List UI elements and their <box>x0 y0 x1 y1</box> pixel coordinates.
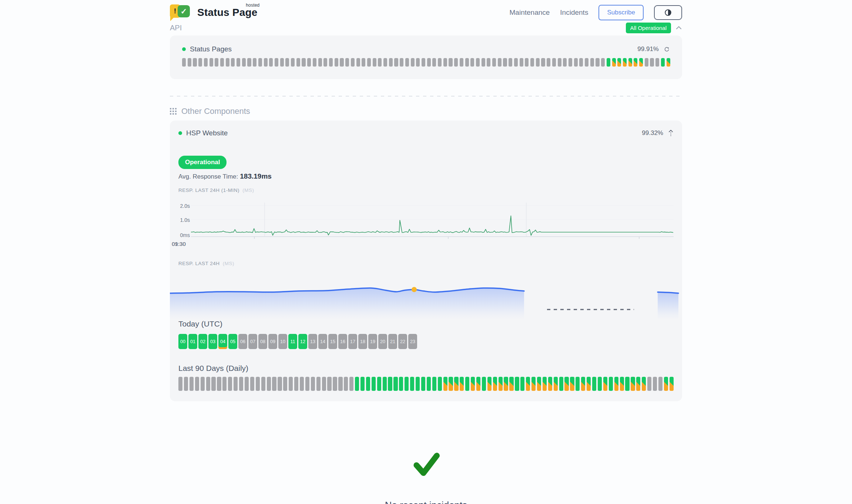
uptime-bar-partial-degradation <box>620 377 624 391</box>
y-axis-label: 0ms <box>179 232 190 238</box>
uptime-bar-no-data <box>201 377 205 391</box>
subscribe-button[interactable]: Subscribe <box>598 5 644 20</box>
uptime-bar-no-data <box>294 377 298 391</box>
uptime-bar-no-data <box>291 58 295 67</box>
uptime-bar-no-data <box>313 58 316 67</box>
uptime-bar-no-data <box>411 58 415 67</box>
uptime-bar-operational <box>625 377 629 391</box>
uptime-bar-no-data <box>378 58 382 67</box>
uptime-bar-no-data <box>188 58 191 67</box>
uptime-bar-partial-degradation <box>603 377 607 391</box>
uptime-bar-no-data <box>349 377 353 391</box>
uptime-bar-operational <box>576 377 580 391</box>
chart-label-unit: (MS) <box>242 187 254 193</box>
uptime-bar-no-data <box>422 58 425 67</box>
operational-badge: Operational <box>178 156 227 169</box>
uptime-bar-no-data <box>541 58 545 67</box>
all-operational-badge[interactable]: All Operational <box>626 23 671 33</box>
uptime-bar-no-data <box>280 58 284 67</box>
uptime-bar-no-data <box>267 377 271 391</box>
brand-tag: hosted <box>246 3 259 8</box>
header: ! ✓ Status Page hosted Maintenance Incid… <box>170 0 682 21</box>
uptime-bar-no-data <box>193 58 197 67</box>
uptime-bar-partial-degradation <box>543 377 547 391</box>
nav-incidents[interactable]: Incidents <box>560 9 588 17</box>
uptime-bar-no-data <box>601 58 605 67</box>
uptime-bar-no-data <box>465 58 469 67</box>
uptime-bar-partial-degradation <box>504 377 508 391</box>
uptime-value: 99.91% <box>637 45 670 53</box>
theme-toggle-button[interactable] <box>654 5 682 20</box>
chevron-up-icon[interactable] <box>675 25 682 30</box>
hour-block-01: 01 <box>188 334 197 349</box>
uptime-bar-no-data <box>655 58 659 67</box>
uptime-bar-no-data <box>275 58 278 67</box>
y-axis-label: 1.0s <box>179 217 190 223</box>
hour-block-15: 15 <box>328 334 337 349</box>
uptime-bar-no-data <box>536 58 540 67</box>
uptime-bar-no-data <box>558 58 561 67</box>
uptime-bar-no-data <box>650 58 654 67</box>
uptime-bar-no-data <box>206 377 210 391</box>
success-check-icon <box>410 449 442 479</box>
uptime-bar-no-data <box>250 377 254 391</box>
overall-status: All Operational <box>626 23 682 33</box>
chart-label-text: RESP. LAST 24H (1-MIN) <box>178 187 239 193</box>
response-time-area-chart <box>170 273 682 319</box>
uptime-bar-no-data <box>215 58 218 67</box>
hour-block-14: 14 <box>318 334 327 349</box>
uptime-bar-operational <box>438 377 442 391</box>
uptime-bar-no-data <box>198 58 202 67</box>
uptime-bar-partial-degradation <box>664 377 668 391</box>
uptime-bar-operational <box>432 377 436 391</box>
component-label: HSP Website <box>186 129 228 137</box>
uptime-bar-no-data <box>300 377 304 391</box>
uptime-bar-no-data <box>416 58 420 67</box>
uptime-bar-no-data <box>239 377 243 391</box>
subheader: API All Operational <box>170 22 682 33</box>
hsp-website-card: HSP Website 99.32% Operational Avg. Resp… <box>170 121 682 401</box>
uptime-bar-no-data <box>272 377 276 391</box>
uptime-bar-partial-degradation <box>617 58 621 67</box>
hour-block-23: 23 <box>408 334 417 349</box>
check-glyph: ✓ <box>181 7 187 16</box>
uptime-bar-no-data <box>333 377 337 391</box>
uptime-bar-partial-degradation <box>628 58 632 67</box>
no-incidents-title: No recent incidents <box>170 500 682 504</box>
uptime-bar-no-data <box>226 58 229 67</box>
uptime-bar-no-data <box>323 58 327 67</box>
hour-block-17: 17 <box>348 334 357 349</box>
response-time-line-chart: 2.0s 1.0s 0ms 01:30 09:30 <box>179 203 674 248</box>
uptime-bar-no-data <box>222 377 227 391</box>
uptime-bar-no-data <box>647 377 651 391</box>
uptime-bar-no-data <box>367 58 371 67</box>
uptime-bar-no-data <box>234 377 238 391</box>
uptime-bar-operational <box>609 377 613 391</box>
hour-block-16: 16 <box>338 334 347 349</box>
uptime-bar-no-data <box>335 58 338 67</box>
avg-response-row: Avg. Response Time:183.19ms <box>170 172 682 180</box>
hour-block-02: 02 <box>198 334 207 349</box>
hour-block-11: 11 <box>288 334 297 349</box>
uptime-bar-partial-degradation <box>460 377 464 391</box>
uptime-bar-no-data <box>245 377 249 391</box>
component-name: Status Pages <box>182 45 232 53</box>
uptime-bar-no-data <box>204 58 208 67</box>
hour-block-08: 08 <box>258 334 267 349</box>
uptime-bar-operational <box>421 377 425 391</box>
refresh-icon[interactable] <box>664 46 670 53</box>
brand-title: Status Page hosted <box>197 7 257 18</box>
nav-maintenance[interactable]: Maintenance <box>510 9 550 17</box>
uptime-value: 99.32% <box>642 129 674 137</box>
other-components-title: Other Components <box>181 106 250 116</box>
trend-up-icon[interactable] <box>668 130 674 136</box>
today-title: Today (UTC) <box>170 319 682 328</box>
status-page: ! ✓ Status Page hosted Maintenance Incid… <box>170 0 682 504</box>
uptime-bar-partial-degradation <box>443 377 447 391</box>
logo: ! ✓ <box>170 3 193 22</box>
uptime-bar-partial-degradation <box>631 377 635 391</box>
uptime-bar-partial-degradation <box>623 58 627 67</box>
uptime-bar-partial-degradation <box>454 377 458 391</box>
uptime-bar-no-data <box>318 58 322 67</box>
hour-block-06: 06 <box>238 334 247 349</box>
